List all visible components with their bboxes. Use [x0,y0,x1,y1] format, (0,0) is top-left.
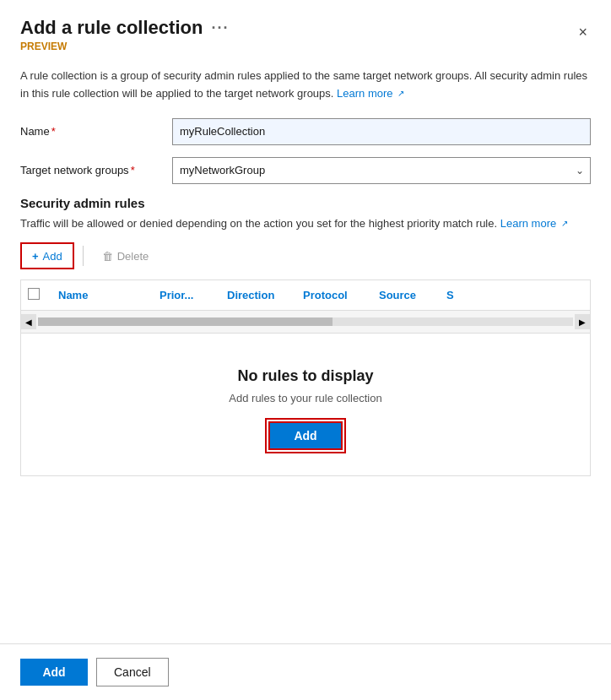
header-checkbox-cell [28,288,51,302]
delete-label: Delete [117,250,149,263]
scroll-right-button[interactable]: ▶ [575,314,590,329]
toolbar: + Add 🗑 Delete [20,242,591,269]
add-button-center[interactable]: Add [268,421,342,450]
name-input[interactable] [172,118,591,145]
target-network-row: Target network groups* myNetworkGroup ⌄ [20,157,591,184]
add-button-toolbar[interactable]: + Add [20,242,74,269]
target-label: Target network groups* [20,164,172,176]
external-icon-2: ↗ [561,217,568,231]
horizontal-scrollbar[interactable]: ◀ ▶ [21,311,590,334]
page-title: Add a rule collection ··· [20,17,229,39]
plus-icon: + [32,250,39,263]
header: Add a rule collection ··· PREVIEW × [0,0,611,52]
col-direction[interactable]: Direction [220,280,296,310]
add-label-toolbar: Add [43,250,62,263]
close-button[interactable]: × [575,20,591,45]
preview-badge: PREVIEW [20,41,229,52]
footer: Add Cancel [0,643,611,700]
scrollbar-thumb [38,317,333,326]
security-admin-rules-desc: Traffic will be allowed or denied depend… [20,215,591,233]
title-ellipsis[interactable]: ··· [211,19,229,37]
learn-more-link-1[interactable]: Learn more ↗ [337,87,404,100]
target-select-wrap: myNetworkGroup ⌄ [172,157,591,184]
external-icon-1: ↗ [397,87,404,100]
scrollbar-track [38,317,573,326]
footer-cancel-button[interactable]: Cancel [96,658,169,686]
learn-more-link-2[interactable]: Learn more ↗ [500,217,568,230]
title-text: Add a rule collection [20,17,203,39]
name-field-row: Name* [20,118,591,145]
table-header: Name Prior... Direction Protocol Source … [21,280,590,311]
col-source[interactable]: Source [372,280,440,310]
no-rules-title: No rules to display [38,367,573,385]
delete-button-toolbar[interactable]: 🗑 Delete [92,242,160,269]
description-text: A rule collection is a group of security… [20,68,591,103]
trash-icon: 🗑 [102,250,113,263]
target-select[interactable]: myNetworkGroup [172,157,591,184]
name-label: Name* [20,125,172,138]
scroll-left-button[interactable]: ◀ [21,314,36,329]
main-content: A rule collection is a group of security… [0,52,611,643]
no-rules-description: Add rules to your rule collection [38,392,573,404]
col-s[interactable]: S [440,280,473,310]
col-priority[interactable]: Prior... [153,280,220,310]
col-name[interactable]: Name [51,280,153,310]
rules-table: Name Prior... Direction Protocol Source … [20,279,591,476]
empty-state: No rules to display Add rules to your ru… [21,334,590,475]
panel: Add a rule collection ··· PREVIEW × A ru… [0,0,611,700]
header-left: Add a rule collection ··· PREVIEW [20,17,229,52]
header-checkbox[interactable] [28,288,40,300]
toolbar-divider [83,246,84,266]
security-admin-rules-title: Security admin rules [20,196,591,210]
footer-add-button[interactable]: Add [20,659,88,686]
col-protocol[interactable]: Protocol [296,280,372,310]
